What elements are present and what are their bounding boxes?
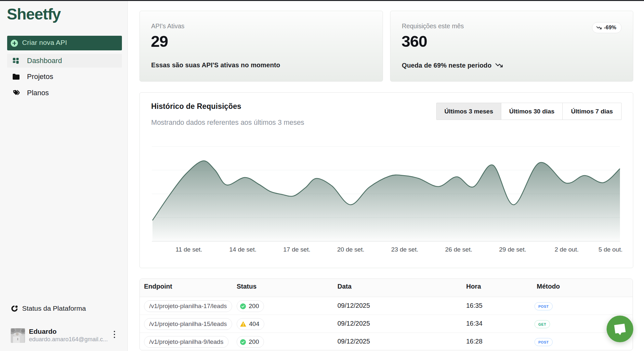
svg-text:14 de set.: 14 de set.: [229, 246, 256, 253]
svg-text:11 de set.: 11 de set.: [176, 246, 202, 253]
svg-text:26 de set.: 26 de set.: [445, 246, 472, 253]
svg-text:23 de set.: 23 de set.: [391, 246, 418, 253]
svg-text:17 de set.: 17 de set.: [283, 246, 310, 253]
svg-text:29 de set.: 29 de set.: [499, 246, 526, 253]
svg-text:5 de out.: 5 de out.: [598, 246, 623, 253]
svg-text:2 de out.: 2 de out.: [555, 246, 579, 253]
svg-text:20 de set.: 20 de set.: [337, 246, 364, 253]
